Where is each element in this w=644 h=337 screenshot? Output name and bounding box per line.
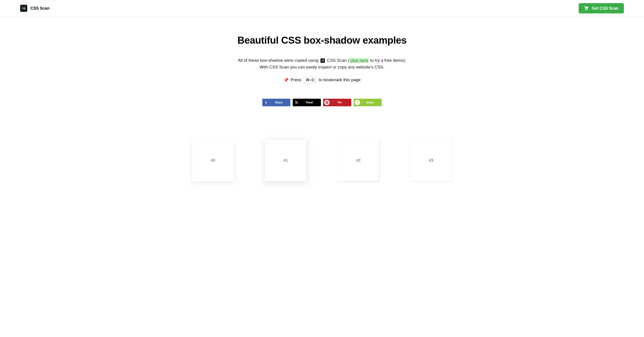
pinterest-icon xyxy=(323,100,331,105)
description: All of these box-shadow were copied usin… xyxy=(197,57,447,71)
share-fb-label: Share xyxy=(270,101,290,104)
facebook-icon xyxy=(262,101,270,104)
site-header: CSS Scan Get CSS Scan xyxy=(0,0,644,17)
logo-icon xyxy=(20,5,27,12)
cta-label: Get CSS Scan xyxy=(592,6,618,11)
share-x-label: Tweet xyxy=(300,101,321,104)
desc-part1: All of these box-shadow were copied usin… xyxy=(238,58,318,63)
inline-logo-icon xyxy=(320,58,325,63)
bookmark-hint: 📌 Press ⌘+D to bookmark this page xyxy=(197,77,447,83)
share-row: Share Tweet Pin Share xyxy=(197,99,447,106)
cards-grid: #0 #1 #2 #3 xyxy=(170,140,474,181)
bookmark-press: Press xyxy=(291,78,302,82)
card-label: #3 xyxy=(429,158,433,163)
share-icon xyxy=(354,100,361,105)
get-css-scan-button[interactable]: Get CSS Scan xyxy=(579,3,624,14)
cart-icon xyxy=(584,6,589,11)
share-facebook-button[interactable]: Share xyxy=(262,99,290,106)
pushpin-icon: 📌 xyxy=(284,78,289,82)
shadow-card-3[interactable]: #3 xyxy=(410,140,452,181)
share-twitter-button[interactable]: Tweet xyxy=(293,99,321,106)
share-generic-button[interactable]: Share xyxy=(354,99,382,106)
share-pin-label: Pin xyxy=(331,101,351,104)
main-content: Beautiful CSS box-shadow examples All of… xyxy=(188,17,456,115)
card-label: #0 xyxy=(210,158,215,163)
card-label: #1 xyxy=(283,158,288,163)
card-label: #2 xyxy=(356,158,360,163)
share-pinterest-button[interactable]: Pin xyxy=(323,99,351,106)
desc-brand: CSS Scan xyxy=(327,58,347,63)
shadow-card-2[interactable]: #2 xyxy=(338,140,379,181)
logo-section[interactable]: CSS Scan xyxy=(20,5,50,12)
x-icon xyxy=(293,101,300,104)
bookmark-kbd: ⌘+D xyxy=(303,77,317,83)
share-gen-label: Share xyxy=(361,101,382,104)
bookmark-rest: to bookmark this page xyxy=(319,78,360,82)
logo-text: CSS Scan xyxy=(30,6,50,11)
shadow-card-1[interactable]: #1 xyxy=(265,140,306,181)
desc-line2: With CSS Scan you can easily inspect or … xyxy=(260,65,384,69)
desc-paren-close: to try a free demo). xyxy=(369,58,406,63)
demo-link[interactable]: click here xyxy=(349,58,369,63)
page-title: Beautiful CSS box-shadow examples xyxy=(197,35,447,46)
shadow-card-0[interactable]: #0 xyxy=(192,140,234,181)
